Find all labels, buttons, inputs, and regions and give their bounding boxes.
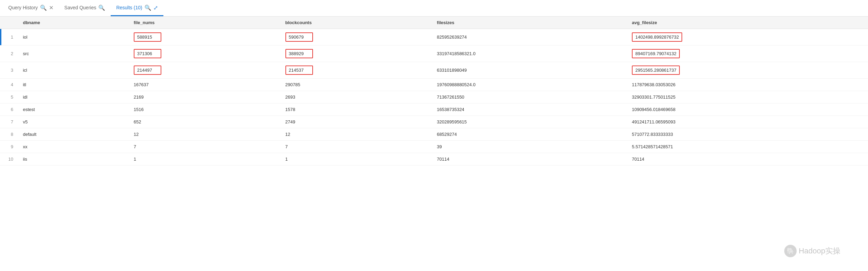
cell-blockcounts: 2749	[280, 116, 432, 128]
row-bar-cell	[0, 141, 3, 153]
row-bar-cell	[0, 62, 3, 79]
cell-file-nums: 167637	[128, 79, 280, 91]
expand-icon[interactable]: ⤢	[153, 4, 158, 11]
cell-blockcounts: 214537	[280, 62, 432, 79]
table-row[interactable]: 5idl216926937136726155032903301.77501152…	[0, 91, 868, 103]
row-number: 7	[3, 116, 17, 128]
tab-query-history-label: Query History	[8, 5, 38, 10]
tab-results[interactable]: Results (10) 🔍 ⤢	[111, 0, 163, 16]
cell-dbname: src	[17, 46, 128, 62]
row-number: 6	[3, 103, 17, 116]
results-table: dbname file_nums blockcounts filesizes a…	[0, 17, 868, 165]
table-header: dbname file_nums blockcounts filesizes a…	[0, 17, 868, 29]
table-row[interactable]: 7v56522749320289595615491241711.06595093	[0, 116, 868, 128]
cell-filesizes: 320289595615	[431, 116, 626, 128]
tab-bar: Query History 🔍 ✕ Saved Queries 🔍 Result…	[0, 0, 868, 17]
search-icon-sq[interactable]: 🔍	[98, 4, 105, 11]
table-row[interactable]: 8default1212685292745710772.833333333	[0, 128, 868, 141]
row-number: 10	[3, 153, 17, 165]
tab-query-history[interactable]: Query History 🔍 ✕	[3, 0, 59, 16]
cell-blockcounts: 7	[280, 141, 432, 153]
cell-avg-filesize: 5.571428571428571	[626, 141, 868, 153]
close-icon[interactable]: ✕	[49, 4, 53, 11]
cell-blockcounts: 1	[280, 153, 432, 165]
row-bar-cell	[0, 29, 3, 46]
row-bar-cell	[0, 103, 3, 116]
col-bar	[0, 17, 3, 29]
cell-dbname: default	[17, 128, 128, 141]
cell-dbname: icl	[17, 62, 128, 79]
cell-file-nums: 214497	[128, 62, 280, 79]
row-bar-cell	[0, 91, 3, 103]
table-row[interactable]: 2src37130638892933197418586321.089407169…	[0, 46, 868, 62]
cell-avg-filesize: 491241711.06595093	[626, 116, 868, 128]
cell-dbname: iis	[17, 153, 128, 165]
search-icon-results[interactable]: 🔍	[144, 4, 151, 11]
cell-filesizes: 16538735324	[431, 103, 626, 116]
table-row[interactable]: 4itl16763729078519760988880524.011787963…	[0, 79, 868, 91]
table-row[interactable]: 1iol5889155906798259526392741402498.8992…	[0, 29, 868, 46]
cell-file-nums: 1	[128, 153, 280, 165]
cell-blockcounts: 290785	[280, 79, 432, 91]
row-number: 5	[3, 91, 17, 103]
tab-saved-queries-label: Saved Queries	[64, 5, 97, 10]
row-bar-cell	[0, 116, 3, 128]
row-number: 1	[3, 29, 17, 46]
row-bar-cell	[0, 153, 3, 165]
col-blockcounts: blockcounts	[280, 17, 432, 29]
row-number: 3	[3, 62, 17, 79]
cell-blockcounts: 388929	[280, 46, 432, 62]
cell-blockcounts: 2693	[280, 91, 432, 103]
cell-blockcounts: 590679	[280, 29, 432, 46]
row-bar-cell	[0, 46, 3, 62]
cell-file-nums: 371306	[128, 46, 280, 62]
tab-saved-queries[interactable]: Saved Queries 🔍	[59, 0, 111, 16]
row-bar-cell	[0, 128, 3, 141]
search-icon[interactable]: 🔍	[40, 4, 47, 11]
row-number: 4	[3, 79, 17, 91]
cell-avg-filesize: 1402498.8992876732	[626, 29, 868, 46]
cell-avg-filesize: 10909456.018469658	[626, 103, 868, 116]
cell-file-nums: 7	[128, 141, 280, 153]
cell-dbname: v5	[17, 116, 128, 128]
col-dbname: dbname	[17, 17, 128, 29]
col-rownum	[3, 17, 17, 29]
cell-avg-filesize: 32903301.775011525	[626, 91, 868, 103]
cell-dbname: idl	[17, 91, 128, 103]
cell-filesizes: 68529274	[431, 128, 626, 141]
cell-file-nums: 1516	[128, 103, 280, 116]
cell-avg-filesize: 70114	[626, 153, 868, 165]
cell-avg-filesize: 5710772.833333333	[626, 128, 868, 141]
table-row[interactable]: 10iis117011470114	[0, 153, 868, 165]
row-bar-cell	[0, 79, 3, 91]
cell-avg-filesize: 117879638.03053026	[626, 79, 868, 91]
cell-file-nums: 588915	[128, 29, 280, 46]
table-row[interactable]: 9xx77395.571428571428571	[0, 141, 868, 153]
col-avg_filesize: avg_filesize	[626, 17, 868, 29]
cell-dbname: iol	[17, 29, 128, 46]
tab-results-label: Results (10)	[116, 5, 142, 10]
results-table-container: dbname file_nums blockcounts filesizes a…	[0, 17, 868, 165]
cell-filesizes: 71367261550	[431, 91, 626, 103]
row-number: 9	[3, 141, 17, 153]
cell-blockcounts: 12	[280, 128, 432, 141]
cell-filesizes: 19760988880524.0	[431, 79, 626, 91]
cell-dbname: estest	[17, 103, 128, 116]
table-body: 1iol5889155906798259526392741402498.8992…	[0, 29, 868, 165]
table-row[interactable]: 3icl2144972145376331018980492951565.2808…	[0, 62, 868, 79]
cell-dbname: xx	[17, 141, 128, 153]
cell-dbname: itl	[17, 79, 128, 91]
cell-file-nums: 12	[128, 128, 280, 141]
col-file_nums: file_nums	[128, 17, 280, 29]
cell-file-nums: 652	[128, 116, 280, 128]
cell-avg-filesize: 89407169.79074132	[626, 46, 868, 62]
cell-filesizes: 70114	[431, 153, 626, 165]
cell-filesizes: 33197418586321.0	[431, 46, 626, 62]
cell-blockcounts: 1578	[280, 103, 432, 116]
col-filesizes: filesizes	[431, 17, 626, 29]
cell-file-nums: 2169	[128, 91, 280, 103]
row-number: 2	[3, 46, 17, 62]
cell-filesizes: 39	[431, 141, 626, 153]
cell-filesizes: 633101898049	[431, 62, 626, 79]
table-row[interactable]: 6estest151615781653873532410909456.01846…	[0, 103, 868, 116]
